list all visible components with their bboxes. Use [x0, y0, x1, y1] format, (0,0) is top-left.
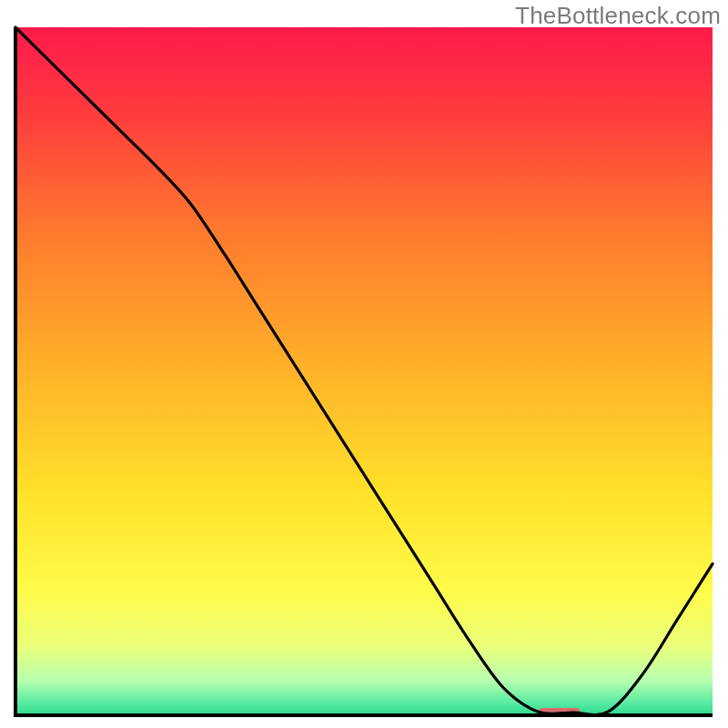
plot-area: [14, 25, 714, 717]
chart-container: TheBottleneck.com: [0, 0, 728, 728]
watermark-text: TheBottleneck.com: [515, 2, 721, 30]
chart-svg: [14, 25, 714, 717]
